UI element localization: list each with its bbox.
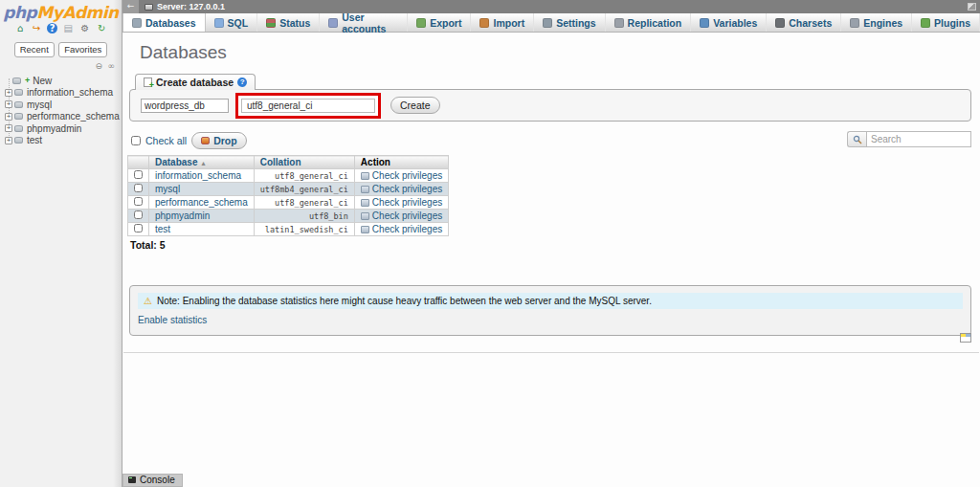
database-link[interactable]: phpmyadmin	[155, 210, 210, 221]
logout-icon[interactable]: ↪	[31, 23, 43, 34]
table-row: information_schema utf8_general_ci Check…	[128, 169, 449, 183]
red-annotation-box: utf8_general_ci	[235, 93, 381, 119]
expand-icon[interactable]: +	[5, 89, 12, 97]
tab-export[interactable]: Export	[408, 13, 471, 32]
row-checkbox[interactable]	[134, 210, 143, 219]
column-header-collation[interactable]: Collation	[254, 156, 354, 169]
check-privileges-link[interactable]: Check privileges	[361, 184, 442, 194]
privileges-icon	[361, 199, 369, 207]
warning-icon: ⚠	[144, 296, 152, 306]
row-checkbox[interactable]	[134, 197, 143, 206]
collation-select[interactable]: utf8_general_ci	[241, 99, 375, 113]
check-privileges-link[interactable]: Check privileges	[361, 210, 442, 221]
tab-user-accounts[interactable]: User accounts	[320, 13, 408, 32]
tab-engines[interactable]: Engines	[841, 13, 912, 32]
tree-item-mysql[interactable]: +mysql	[0, 99, 122, 111]
logo-part-php: php	[3, 3, 36, 22]
console-toggle[interactable]: Console	[122, 474, 183, 487]
console-label: Console	[140, 475, 175, 485]
tab-replication[interactable]: Replication	[606, 13, 692, 32]
server-icon	[145, 4, 153, 11]
statistics-fieldset: ⚠ Note: Enabling the database statistics…	[129, 285, 971, 336]
tab-databases[interactable]: Databases	[122, 13, 206, 32]
tree-item-label: phpmyadmin	[27, 123, 81, 134]
reload-navigation-icon[interactable]: ↻	[96, 23, 108, 34]
search-input[interactable]	[866, 131, 971, 147]
row-checkbox[interactable]	[134, 170, 143, 179]
table-row: mysql utf8mb4_general_ci Check privilege…	[128, 183, 449, 196]
expand-icon[interactable]: +	[5, 137, 12, 144]
tab-label: Settings	[556, 17, 595, 29]
tab-settings[interactable]: Settings	[534, 13, 605, 32]
help-icon[interactable]: ?	[237, 77, 247, 87]
home-icon[interactable]: ⌂	[13, 23, 26, 34]
tree-item-information-schema[interactable]: +information_schema	[0, 87, 122, 100]
tree-item-new-database[interactable]: +New	[0, 75, 122, 87]
check-privileges-link[interactable]: Check privileges	[361, 224, 442, 234]
tab-plugins[interactable]: Plugins	[912, 13, 980, 32]
phpmyadmin-logo: phpMyAdmin	[0, 0, 122, 22]
tree-item-phpmyadmin[interactable]: +phpmyadmin	[0, 122, 122, 135]
check-privileges-link[interactable]: Check privileges	[361, 197, 442, 208]
sort-asc-icon: ▴	[201, 159, 205, 167]
notice-text: Note: Enabling the database statistics h…	[157, 296, 652, 306]
link-main-panel-icon[interactable]: ∞	[108, 61, 116, 71]
database-tree: +New +information_schema +mysql +perform…	[0, 75, 122, 146]
tab-import[interactable]: Import	[471, 13, 534, 32]
tab-status[interactable]: Status	[257, 13, 320, 32]
database-link[interactable]: performance_schema	[155, 197, 248, 208]
header-checkbox-cell	[128, 156, 149, 169]
settings-gear-icon[interactable]: ⚙	[78, 23, 91, 34]
page-content: Databases + Create database ? utf8_gener…	[122, 33, 980, 487]
tree-item-test[interactable]: +test	[0, 135, 122, 147]
export-icon	[416, 18, 426, 28]
tab-label: Engines	[863, 17, 902, 29]
page-title: Databases	[140, 42, 227, 63]
tab-variables[interactable]: Variables	[691, 13, 767, 32]
table-row: phpmyadmin utf8_bin Check privileges	[128, 210, 449, 223]
console-icon	[128, 476, 136, 483]
expand-icon[interactable]: +	[5, 100, 12, 108]
search-icon[interactable]	[847, 131, 866, 147]
documentation-icon[interactable]: ▤	[62, 23, 75, 34]
help-icon[interactable]: ?	[47, 23, 57, 33]
collapse-all-icon[interactable]: ⊖	[95, 61, 102, 71]
tab-label: Replication	[628, 17, 682, 29]
drop-icon	[201, 137, 210, 144]
tree-item-performance-schema[interactable]: +performance_schema	[0, 111, 122, 123]
tab-charsets[interactable]: Charsets	[767, 13, 841, 32]
column-header-database[interactable]: Database▴	[149, 156, 255, 169]
tree-item-label: New	[33, 76, 52, 86]
expand-icon[interactable]: +	[5, 113, 12, 121]
back-arrow-button[interactable]: ←	[122, 0, 139, 13]
favorites-dropdown[interactable]: Favorites	[58, 42, 107, 57]
header-label: Database	[155, 157, 197, 167]
enable-statistics-link[interactable]: Enable statistics	[138, 315, 207, 325]
database-name-input[interactable]	[141, 99, 229, 113]
main-panel: ← Server: 127.0.0.1 Databases SQL Status…	[122, 0, 980, 487]
variables-icon	[700, 18, 709, 28]
open-new-window-icon[interactable]	[960, 333, 971, 343]
collation-value: utf8_bin	[254, 210, 354, 223]
database-link[interactable]: information_schema	[155, 170, 241, 181]
column-header-action: Action	[354, 156, 448, 169]
expand-icon[interactable]: +	[5, 124, 12, 132]
database-link[interactable]: test	[155, 224, 170, 234]
drop-button[interactable]: Drop	[191, 132, 247, 149]
new-database-icon: +	[144, 77, 152, 87]
row-checkbox[interactable]	[134, 184, 143, 192]
recent-dropdown[interactable]: Recent	[14, 42, 55, 57]
new-database-icon	[12, 77, 21, 84]
tab-sql[interactable]: SQL	[206, 13, 258, 32]
create-database-legend: + Create database ?	[135, 74, 256, 90]
check-all-checkbox[interactable]	[131, 136, 141, 145]
database-link[interactable]: mysql	[155, 184, 180, 194]
create-button[interactable]: Create	[390, 97, 440, 114]
scroll-top-icon[interactable]	[968, 3, 976, 11]
server-label: Server: 127.0.0.1	[157, 2, 225, 11]
row-checkbox[interactable]	[134, 224, 143, 232]
privileges-icon	[361, 186, 369, 193]
check-privileges-link[interactable]: Check privileges	[361, 170, 442, 181]
check-all-label[interactable]: Check all	[145, 135, 187, 146]
action-label: Check privileges	[372, 224, 442, 234]
